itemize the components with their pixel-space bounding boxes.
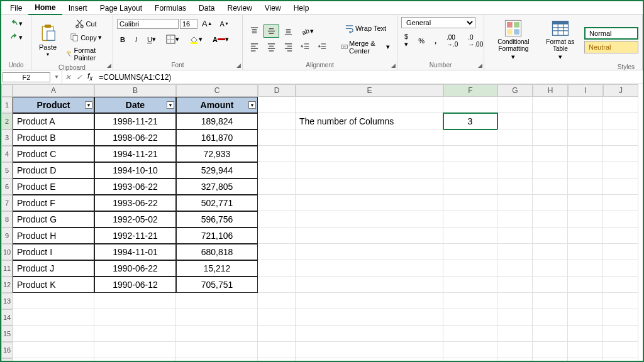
- cell-D2[interactable]: [258, 113, 296, 129]
- wrap-text-button[interactable]: Wrap Text: [338, 22, 393, 35]
- cell-C10[interactable]: 680,818: [176, 244, 258, 260]
- cell-A2[interactable]: Product A: [13, 113, 94, 129]
- cell-D4[interactable]: [258, 146, 296, 162]
- cell-H5[interactable]: [533, 162, 568, 178]
- align-middle-button[interactable]: [264, 25, 279, 38]
- comma-button[interactable]: ,: [431, 35, 440, 47]
- font-dialog-launcher[interactable]: ◢: [236, 62, 241, 69]
- undo-button[interactable]: ▾: [6, 17, 26, 30]
- cell-I5[interactable]: [568, 162, 603, 178]
- column-header-J[interactable]: J: [603, 84, 638, 97]
- decrease-font-button[interactable]: A▼: [217, 18, 232, 30]
- cell-F2[interactable]: 3: [443, 113, 497, 129]
- cell-I15[interactable]: [568, 326, 603, 342]
- cell-G5[interactable]: [497, 162, 533, 178]
- column-header-G[interactable]: G: [497, 84, 533, 97]
- cell-G10[interactable]: [497, 244, 533, 260]
- menu-item-home[interactable]: Home: [28, 1, 62, 15]
- borders-button[interactable]: ▾: [163, 33, 182, 46]
- cell-B9[interactable]: 1992-11-21: [94, 228, 176, 244]
- cell-D9[interactable]: [258, 228, 296, 244]
- row-header-2[interactable]: 2: [1, 113, 13, 129]
- merge-center-button[interactable]: Merge & Center ▾: [338, 38, 393, 57]
- cell-E16[interactable]: [296, 342, 443, 358]
- cell-G14[interactable]: [497, 309, 533, 326]
- cell-C7[interactable]: 502,771: [176, 195, 258, 211]
- cell-J9[interactable]: [603, 228, 638, 244]
- cell-I13[interactable]: [568, 293, 603, 309]
- cell-E17[interactable]: [296, 358, 443, 362]
- cell-H17[interactable]: [533, 358, 568, 362]
- increase-font-button[interactable]: A▲: [199, 17, 216, 30]
- cell-D6[interactable]: [258, 178, 296, 195]
- column-header-F[interactable]: F: [443, 84, 497, 97]
- cell-F17[interactable]: [443, 358, 497, 362]
- cell-B13[interactable]: [94, 293, 176, 309]
- enter-formula-button[interactable]: ✓: [74, 73, 85, 82]
- column-header-C[interactable]: C: [176, 84, 258, 97]
- cell-E12[interactable]: [296, 277, 443, 293]
- filter-icon[interactable]: ▼: [85, 101, 92, 109]
- formula-bar-input[interactable]: [95, 72, 643, 83]
- cell-C13[interactable]: [176, 293, 258, 309]
- cell-B8[interactable]: 1992-05-02: [94, 211, 176, 228]
- menu-item-data[interactable]: Data: [192, 2, 221, 14]
- row-header-10[interactable]: 10: [1, 244, 13, 260]
- cell-D15[interactable]: [258, 326, 296, 342]
- cell-A11[interactable]: Product J: [13, 260, 94, 277]
- cell-G8[interactable]: [497, 211, 533, 228]
- copy-button[interactable]: Copy ▾: [63, 31, 109, 44]
- cell-F11[interactable]: [443, 260, 497, 277]
- name-box[interactable]: [3, 72, 50, 82]
- cell-A12[interactable]: Product K: [13, 277, 94, 293]
- cell-I8[interactable]: [568, 211, 603, 228]
- column-header-H[interactable]: H: [533, 84, 568, 97]
- cells-area[interactable]: Product▼Date▼Amount▼Product A1998-11-211…: [13, 97, 638, 362]
- redo-button[interactable]: ▾: [6, 31, 26, 44]
- cell-J5[interactable]: [603, 162, 638, 178]
- cell-I7[interactable]: [568, 195, 603, 211]
- column-header-B[interactable]: B: [94, 84, 176, 97]
- cell-H1[interactable]: [533, 97, 568, 113]
- cell-B16[interactable]: [94, 342, 176, 358]
- cancel-formula-button[interactable]: ✕: [62, 73, 74, 82]
- cell-G12[interactable]: [497, 277, 533, 293]
- cell-D5[interactable]: [258, 162, 296, 178]
- cell-E14[interactable]: [296, 309, 443, 326]
- percent-button[interactable]: %: [415, 35, 428, 47]
- cell-D11[interactable]: [258, 260, 296, 277]
- cell-J8[interactable]: [603, 211, 638, 228]
- row-header-14[interactable]: 14: [1, 309, 13, 326]
- cell-B3[interactable]: 1998-06-22: [94, 129, 176, 146]
- row-header-7[interactable]: 7: [1, 195, 13, 211]
- cell-E15[interactable]: [296, 326, 443, 342]
- cell-B17[interactable]: [94, 358, 176, 362]
- cell-D10[interactable]: [258, 244, 296, 260]
- cell-E4[interactable]: [296, 146, 443, 162]
- cell-H14[interactable]: [533, 309, 568, 326]
- cell-B11[interactable]: 1990-06-22: [94, 260, 176, 277]
- italic-button[interactable]: I: [132, 34, 140, 45]
- cell-G2[interactable]: [497, 113, 533, 129]
- row-header-1[interactable]: 1: [1, 97, 13, 113]
- cell-F1[interactable]: [443, 97, 497, 113]
- cell-B7[interactable]: 1993-06-22: [94, 195, 176, 211]
- cell-A6[interactable]: Product E: [13, 178, 94, 195]
- cell-H3[interactable]: [533, 129, 568, 146]
- filter-icon[interactable]: ▼: [167, 101, 174, 109]
- cell-A15[interactable]: [13, 326, 94, 342]
- cell-C1[interactable]: Amount▼: [176, 97, 258, 113]
- clipboard-dialog-launcher[interactable]: ◢: [107, 62, 111, 69]
- cell-G3[interactable]: [497, 129, 533, 146]
- cell-D1[interactable]: [258, 97, 296, 113]
- align-center-button[interactable]: [264, 40, 279, 53]
- cell-J17[interactable]: [603, 358, 638, 362]
- cell-H7[interactable]: [533, 195, 568, 211]
- cell-E2[interactable]: The number of Columns: [296, 113, 443, 129]
- cell-C12[interactable]: 705,751: [176, 277, 258, 293]
- cell-G6[interactable]: [497, 178, 533, 195]
- cell-F16[interactable]: [443, 342, 497, 358]
- cell-E7[interactable]: [296, 195, 443, 211]
- cell-J2[interactable]: [603, 113, 638, 129]
- cell-C16[interactable]: [176, 342, 258, 358]
